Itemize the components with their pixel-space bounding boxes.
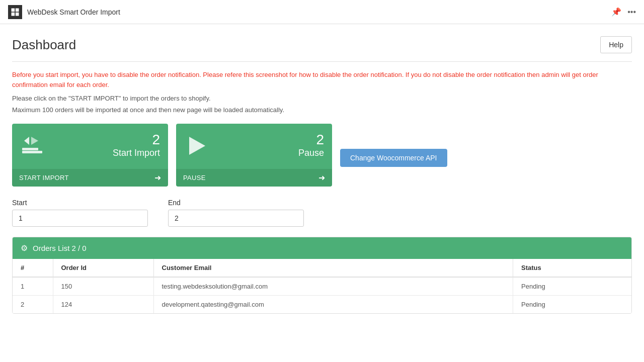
pin-icon[interactable]: 📌 <box>611 7 621 17</box>
orders-header: ⚙ Orders List 2 / 0 <box>13 237 631 259</box>
start-import-card-body: 2 Start Import <box>12 124 168 169</box>
start-import-card-right: 2 Start Import <box>113 132 160 158</box>
pause-card-right: 2 Pause <box>298 132 324 158</box>
start-input-group: Start <box>12 199 148 227</box>
start-import-count: 2 <box>113 132 160 148</box>
cell-num: 1 <box>13 277 53 296</box>
app-title: WebDesk Smart Order Import <box>27 8 120 16</box>
help-button[interactable]: Help <box>600 36 632 53</box>
start-import-icon <box>20 134 44 159</box>
start-import-card[interactable]: 2 Start Import START IMPORT ➜ <box>12 124 168 187</box>
info-text-1: Please click on the "START IMPORT" to im… <box>12 95 632 102</box>
svg-rect-0 <box>22 148 38 150</box>
page-title: Dashboard <box>12 37 76 53</box>
pause-card[interactable]: 2 Pause PAUSE ➜ <box>176 124 332 187</box>
pause-card-footer[interactable]: PAUSE ➜ <box>176 169 332 187</box>
col-header-email: Customer Email <box>153 259 513 277</box>
top-bar: WebDesk Smart Order Import 📌 ••• <box>0 0 644 24</box>
info-text-2: Maximum 100 orders will be imported at o… <box>12 106 632 114</box>
table-header-row: # Order Id Customer Email Status <box>13 259 631 277</box>
cell-order-id: 150 <box>53 277 153 296</box>
cell-num: 2 <box>13 296 53 314</box>
orders-title: Orders List 2 / 0 <box>33 244 87 252</box>
cell-order-id: 124 <box>53 296 153 314</box>
cell-email: testing.webdesksolution@gmail.com <box>153 277 513 296</box>
col-header-order-id: Order Id <box>53 259 153 277</box>
top-bar-right: 📌 ••• <box>611 7 636 17</box>
start-import-arrow-icon: ➜ <box>154 173 161 183</box>
cell-status: Pending <box>513 277 631 296</box>
end-label: End <box>168 199 304 207</box>
start-import-footer-text: START IMPORT <box>19 174 69 182</box>
svg-rect-2 <box>22 151 42 153</box>
table-row: 1 150 testing.webdesksolution@gmail.com … <box>13 277 631 296</box>
svg-marker-3 <box>31 137 38 145</box>
col-header-num: # <box>13 259 53 277</box>
warning-text: Before you start import, you have to dis… <box>12 70 632 89</box>
pause-label: Pause <box>298 148 324 158</box>
start-label: Start <box>12 199 148 207</box>
cell-email: development.qatesting@gmail.com <box>153 296 513 314</box>
logo-icon <box>10 7 20 17</box>
dashboard-header: Dashboard Help <box>12 36 632 62</box>
top-bar-left: WebDesk Smart Order Import <box>8 5 120 19</box>
end-input-group: End <box>168 199 304 227</box>
svg-marker-1 <box>24 137 29 145</box>
pause-arrow-icon: ➜ <box>318 173 325 183</box>
more-options-icon[interactable]: ••• <box>627 8 636 17</box>
pause-footer-text: PAUSE <box>183 174 206 182</box>
start-import-label: Start Import <box>113 148 160 158</box>
end-input[interactable] <box>168 210 304 227</box>
table-row: 2 124 development.qatesting@gmail.com Pe… <box>13 296 631 314</box>
pause-icon <box>184 134 208 159</box>
svg-marker-4 <box>189 137 205 155</box>
change-woocommerce-api-button[interactable]: Change Woocommerce API <box>340 149 447 167</box>
start-import-card-footer[interactable]: START IMPORT ➜ <box>12 169 168 187</box>
pause-card-body: 2 Pause <box>176 124 332 169</box>
orders-table: # Order Id Customer Email Status 1 150 t… <box>13 259 631 313</box>
app-logo <box>8 5 22 19</box>
pause-count: 2 <box>298 132 324 148</box>
start-input[interactable] <box>12 210 148 227</box>
cards-row: 2 Start Import START IMPORT ➜ 2 Pause <box>12 124 632 187</box>
cell-status: Pending <box>513 296 631 314</box>
orders-icon: ⚙ <box>21 243 28 253</box>
orders-section: ⚙ Orders List 2 / 0 # Order Id Customer … <box>12 237 632 314</box>
col-header-status: Status <box>513 259 631 277</box>
inputs-row: Start End <box>12 199 632 227</box>
main-content: Dashboard Help Before you start import, … <box>0 24 644 362</box>
